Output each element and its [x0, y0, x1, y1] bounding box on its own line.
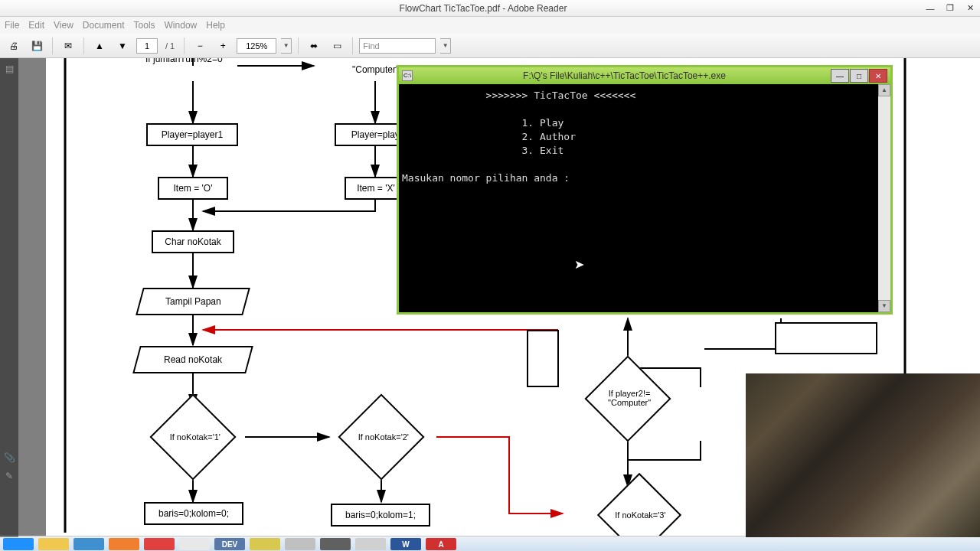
window-title: FlowChart TicTacToe.pdf - Adobe Reader	[46, 3, 920, 14]
menubar: File Edit View Document Tools Window Hel…	[0, 17, 980, 34]
fc-box-mid	[527, 330, 559, 387]
scroll-down-icon[interactable]: ▼	[878, 300, 890, 312]
menu-tools[interactable]: Tools	[134, 20, 155, 31]
titlebar: FlowChart TicTacToe.pdf - Adobe Reader —…	[0, 0, 980, 17]
zoom-level[interactable]: 125%	[237, 38, 276, 54]
minimize-button[interactable]: —	[920, 2, 940, 15]
task-console-icon[interactable]	[320, 538, 351, 550]
console-maximize-button[interactable]: □	[850, 69, 868, 83]
console-title: F:\Q's File\Kuliah\c++\TicTacToe\TicTacT…	[419, 70, 830, 81]
maximize-button[interactable]: ❐	[940, 2, 960, 15]
task-devcpp-icon[interactable]: DEV	[214, 538, 245, 550]
menu-window[interactable]: Window	[165, 20, 198, 31]
zoom-out-button[interactable]: −	[191, 37, 209, 55]
fit-width-button[interactable]: ⬌	[305, 37, 323, 55]
fc-baris01: baris=0;kolom=1;	[331, 504, 430, 527]
fc-if-player2-computer: If player2!= "Computer"	[584, 355, 671, 442]
find-dropdown[interactable]: ▼	[440, 38, 451, 54]
console-titlebar[interactable]: C:\ F:\Q's File\Kuliah\c++\TicTacToe\Tic…	[399, 67, 890, 84]
menu-edit[interactable]: Edit	[28, 20, 44, 31]
fc-item-o: Item = 'O'	[158, 177, 228, 200]
print-button[interactable]: 🖨	[5, 37, 23, 55]
signature-icon[interactable]: ✎	[2, 468, 17, 484]
task-util-icon[interactable]	[285, 538, 315, 550]
console-scrollbar[interactable]: ▲ ▼	[878, 84, 890, 312]
task-app-icon[interactable]	[144, 538, 175, 550]
toolbar: 🖨 💾 ✉ ▲ ▼ / 1 − + 125% ▼ ⬌ ▭ Find ▼	[0, 34, 980, 58]
attachment-icon[interactable]: 📎	[2, 450, 17, 465]
console-close-button[interactable]: ✕	[869, 69, 887, 83]
console-app-icon: C:\	[402, 70, 413, 81]
menu-help[interactable]: Help	[206, 20, 225, 31]
fc-cond-turn: If jumlahTurn%2=0	[145, 58, 223, 64]
fc-if-nokotak3: If noKotak='3'	[597, 473, 681, 536]
task-ie-icon[interactable]	[3, 538, 34, 550]
find-input[interactable]: Find	[359, 38, 436, 54]
fc-box-right	[775, 322, 877, 354]
pages-icon[interactable]: ▤	[2, 61, 17, 77]
fc-if-nokotak1: If noKotak='1'	[149, 393, 236, 480]
task-browser-icon[interactable]	[74, 538, 104, 550]
page-total-label: / 1	[162, 41, 178, 51]
task-explorer-icon[interactable]	[38, 538, 69, 550]
menu-file[interactable]: File	[5, 20, 19, 31]
fc-read-nokotak: Read noKotak	[132, 346, 253, 373]
task-tool-icon[interactable]	[179, 538, 210, 550]
console-body[interactable]: >>>>>>> TicTacToe <<<<<<< 1. Play 2. Aut…	[399, 84, 890, 312]
taskbar: DEV W A	[0, 537, 980, 551]
console-minimize-button[interactable]: —	[831, 69, 849, 83]
webcam-overlay	[746, 373, 980, 537]
fc-char-nokotak: Char noKotak	[152, 230, 234, 253]
task-notes-icon[interactable]	[250, 538, 280, 550]
page-number-input[interactable]	[136, 38, 158, 54]
close-button[interactable]: ✕	[960, 2, 980, 15]
console-window: C:\ F:\Q's File\Kuliah\c++\TicTacToe\Tic…	[397, 65, 893, 315]
fc-tampil-papan: Tampil Papan	[136, 288, 250, 315]
task-word-icon[interactable]: W	[390, 538, 421, 550]
console-output: >>>>>>> TicTacToe <<<<<<< 1. Play 2. Aut…	[399, 84, 890, 190]
fit-page-button[interactable]: ▭	[328, 37, 346, 55]
zoom-in-button[interactable]: +	[214, 37, 232, 55]
menu-view[interactable]: View	[54, 20, 74, 31]
fc-baris00: baris=0;kolom=0;	[144, 502, 243, 525]
task-doc-icon[interactable]	[355, 538, 386, 550]
fc-computer-label: "Computer"	[352, 64, 399, 75]
nav-sidebar: ▤ 📎 ✎	[0, 58, 18, 536]
fc-player1: Player=player1	[146, 123, 238, 146]
fc-if-nokotak2: If noKotak='2'	[338, 393, 424, 480]
menu-document[interactable]: Document	[83, 20, 125, 31]
page-down-button[interactable]: ▼	[113, 37, 132, 55]
save-button[interactable]: 💾	[28, 37, 46, 55]
email-button[interactable]: ✉	[59, 37, 77, 55]
zoom-dropdown[interactable]: ▼	[281, 38, 292, 54]
scroll-up-icon[interactable]: ▲	[878, 84, 890, 96]
task-media-icon[interactable]	[109, 538, 139, 550]
task-adobe-icon[interactable]: A	[426, 538, 456, 550]
page-up-button[interactable]: ▲	[90, 37, 109, 55]
